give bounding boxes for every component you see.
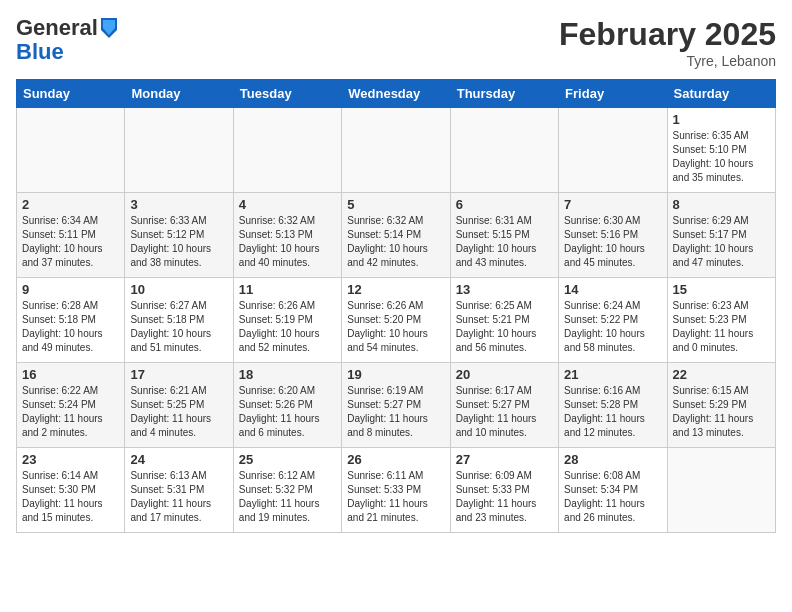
calendar-cell: 19Sunrise: 6:19 AMSunset: 5:27 PMDayligh… [342, 363, 450, 448]
calendar-cell [342, 108, 450, 193]
calendar-cell: 4Sunrise: 6:32 AMSunset: 5:13 PMDaylight… [233, 193, 341, 278]
calendar-cell: 8Sunrise: 6:29 AMSunset: 5:17 PMDaylight… [667, 193, 775, 278]
calendar-cell [125, 108, 233, 193]
day-number: 4 [239, 197, 336, 212]
day-number: 16 [22, 367, 119, 382]
calendar-cell: 13Sunrise: 6:25 AMSunset: 5:21 PMDayligh… [450, 278, 558, 363]
day-info: Sunrise: 6:26 AMSunset: 5:20 PMDaylight:… [347, 299, 444, 355]
calendar-cell: 9Sunrise: 6:28 AMSunset: 5:18 PMDaylight… [17, 278, 125, 363]
day-number: 19 [347, 367, 444, 382]
day-number: 15 [673, 282, 770, 297]
day-info: Sunrise: 6:15 AMSunset: 5:29 PMDaylight:… [673, 384, 770, 440]
day-info: Sunrise: 6:22 AMSunset: 5:24 PMDaylight:… [22, 384, 119, 440]
calendar-cell: 20Sunrise: 6:17 AMSunset: 5:27 PMDayligh… [450, 363, 558, 448]
day-info: Sunrise: 6:34 AMSunset: 5:11 PMDaylight:… [22, 214, 119, 270]
calendar-cell [667, 448, 775, 533]
calendar-cell [233, 108, 341, 193]
calendar-week-row: 9Sunrise: 6:28 AMSunset: 5:18 PMDaylight… [17, 278, 776, 363]
day-number: 7 [564, 197, 661, 212]
day-number: 23 [22, 452, 119, 467]
day-info: Sunrise: 6:12 AMSunset: 5:32 PMDaylight:… [239, 469, 336, 525]
calendar-header-friday: Friday [559, 80, 667, 108]
calendar-cell: 14Sunrise: 6:24 AMSunset: 5:22 PMDayligh… [559, 278, 667, 363]
calendar-header-wednesday: Wednesday [342, 80, 450, 108]
calendar-cell: 12Sunrise: 6:26 AMSunset: 5:20 PMDayligh… [342, 278, 450, 363]
calendar-cell: 10Sunrise: 6:27 AMSunset: 5:18 PMDayligh… [125, 278, 233, 363]
calendar-cell: 25Sunrise: 6:12 AMSunset: 5:32 PMDayligh… [233, 448, 341, 533]
calendar-cell: 2Sunrise: 6:34 AMSunset: 5:11 PMDaylight… [17, 193, 125, 278]
day-number: 26 [347, 452, 444, 467]
day-info: Sunrise: 6:08 AMSunset: 5:34 PMDaylight:… [564, 469, 661, 525]
calendar-week-row: 2Sunrise: 6:34 AMSunset: 5:11 PMDaylight… [17, 193, 776, 278]
day-number: 21 [564, 367, 661, 382]
day-info: Sunrise: 6:26 AMSunset: 5:19 PMDaylight:… [239, 299, 336, 355]
calendar-cell: 18Sunrise: 6:20 AMSunset: 5:26 PMDayligh… [233, 363, 341, 448]
day-number: 3 [130, 197, 227, 212]
calendar-cell: 15Sunrise: 6:23 AMSunset: 5:23 PMDayligh… [667, 278, 775, 363]
calendar-cell: 28Sunrise: 6:08 AMSunset: 5:34 PMDayligh… [559, 448, 667, 533]
day-info: Sunrise: 6:11 AMSunset: 5:33 PMDaylight:… [347, 469, 444, 525]
day-number: 5 [347, 197, 444, 212]
day-number: 10 [130, 282, 227, 297]
calendar-cell: 7Sunrise: 6:30 AMSunset: 5:16 PMDaylight… [559, 193, 667, 278]
calendar-cell [17, 108, 125, 193]
calendar-table: SundayMondayTuesdayWednesdayThursdayFrid… [16, 79, 776, 533]
day-info: Sunrise: 6:29 AMSunset: 5:17 PMDaylight:… [673, 214, 770, 270]
calendar-cell: 16Sunrise: 6:22 AMSunset: 5:24 PMDayligh… [17, 363, 125, 448]
day-number: 6 [456, 197, 553, 212]
title-block: February 2025 Tyre, Lebanon [559, 16, 776, 69]
calendar-header-tuesday: Tuesday [233, 80, 341, 108]
day-info: Sunrise: 6:16 AMSunset: 5:28 PMDaylight:… [564, 384, 661, 440]
calendar-header-row: SundayMondayTuesdayWednesdayThursdayFrid… [17, 80, 776, 108]
day-info: Sunrise: 6:32 AMSunset: 5:14 PMDaylight:… [347, 214, 444, 270]
calendar-cell: 1Sunrise: 6:35 AMSunset: 5:10 PMDaylight… [667, 108, 775, 193]
calendar-week-row: 1Sunrise: 6:35 AMSunset: 5:10 PMDaylight… [17, 108, 776, 193]
day-info: Sunrise: 6:33 AMSunset: 5:12 PMDaylight:… [130, 214, 227, 270]
logo: General Blue [16, 16, 119, 64]
day-info: Sunrise: 6:31 AMSunset: 5:15 PMDaylight:… [456, 214, 553, 270]
day-number: 22 [673, 367, 770, 382]
calendar-cell: 6Sunrise: 6:31 AMSunset: 5:15 PMDaylight… [450, 193, 558, 278]
day-info: Sunrise: 6:21 AMSunset: 5:25 PMDaylight:… [130, 384, 227, 440]
day-number: 8 [673, 197, 770, 212]
day-number: 1 [673, 112, 770, 127]
page-header: General Blue February 2025 Tyre, Lebanon [16, 16, 776, 69]
logo-blue: Blue [16, 39, 64, 64]
calendar-cell: 17Sunrise: 6:21 AMSunset: 5:25 PMDayligh… [125, 363, 233, 448]
calendar-cell [450, 108, 558, 193]
day-info: Sunrise: 6:25 AMSunset: 5:21 PMDaylight:… [456, 299, 553, 355]
day-number: 18 [239, 367, 336, 382]
calendar-week-row: 23Sunrise: 6:14 AMSunset: 5:30 PMDayligh… [17, 448, 776, 533]
calendar-cell [559, 108, 667, 193]
day-info: Sunrise: 6:17 AMSunset: 5:27 PMDaylight:… [456, 384, 553, 440]
calendar-header-sunday: Sunday [17, 80, 125, 108]
day-number: 24 [130, 452, 227, 467]
calendar-cell: 22Sunrise: 6:15 AMSunset: 5:29 PMDayligh… [667, 363, 775, 448]
day-number: 25 [239, 452, 336, 467]
logo-icon [99, 16, 119, 40]
calendar-week-row: 16Sunrise: 6:22 AMSunset: 5:24 PMDayligh… [17, 363, 776, 448]
day-info: Sunrise: 6:14 AMSunset: 5:30 PMDaylight:… [22, 469, 119, 525]
calendar-cell: 23Sunrise: 6:14 AMSunset: 5:30 PMDayligh… [17, 448, 125, 533]
calendar-header-monday: Monday [125, 80, 233, 108]
calendar-cell: 5Sunrise: 6:32 AMSunset: 5:14 PMDaylight… [342, 193, 450, 278]
day-number: 9 [22, 282, 119, 297]
day-info: Sunrise: 6:35 AMSunset: 5:10 PMDaylight:… [673, 129, 770, 185]
day-number: 2 [22, 197, 119, 212]
day-number: 27 [456, 452, 553, 467]
calendar-cell: 21Sunrise: 6:16 AMSunset: 5:28 PMDayligh… [559, 363, 667, 448]
day-number: 17 [130, 367, 227, 382]
day-info: Sunrise: 6:09 AMSunset: 5:33 PMDaylight:… [456, 469, 553, 525]
location: Tyre, Lebanon [559, 53, 776, 69]
calendar-cell: 26Sunrise: 6:11 AMSunset: 5:33 PMDayligh… [342, 448, 450, 533]
day-number: 20 [456, 367, 553, 382]
calendar-cell: 3Sunrise: 6:33 AMSunset: 5:12 PMDaylight… [125, 193, 233, 278]
logo-general: General [16, 16, 98, 40]
day-number: 28 [564, 452, 661, 467]
day-info: Sunrise: 6:32 AMSunset: 5:13 PMDaylight:… [239, 214, 336, 270]
day-number: 13 [456, 282, 553, 297]
day-number: 14 [564, 282, 661, 297]
day-number: 12 [347, 282, 444, 297]
day-info: Sunrise: 6:28 AMSunset: 5:18 PMDaylight:… [22, 299, 119, 355]
day-info: Sunrise: 6:23 AMSunset: 5:23 PMDaylight:… [673, 299, 770, 355]
